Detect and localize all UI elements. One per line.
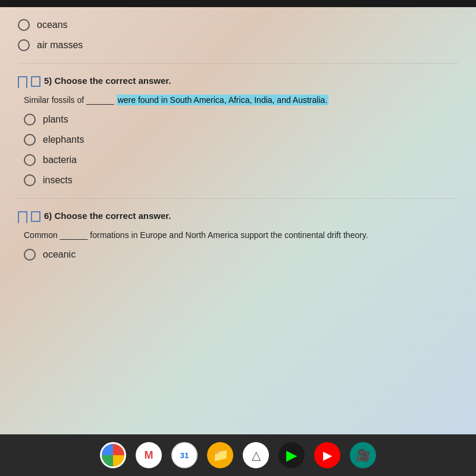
option-plants-label: plants xyxy=(43,114,68,125)
question-5-label: 5) Choose the correct answer. xyxy=(44,76,171,86)
radio-elephants[interactable] xyxy=(24,134,36,146)
option-bacteria-label: bacteria xyxy=(43,155,77,165)
taskbar: M 31 📁 △ ▶ ▶ 🎥 xyxy=(0,434,476,476)
taskbar-files-icon[interactable]: 📁 xyxy=(207,442,233,468)
radio-air-masses[interactable] xyxy=(18,39,30,51)
option-air-masses-label: air masses xyxy=(37,40,83,51)
question-6-options: oceanic xyxy=(18,249,458,261)
taskbar-drive-icon[interactable]: △ xyxy=(243,442,269,468)
question-5-text: Similar fossils of ______ were found in … xyxy=(18,94,458,107)
radio-oceanic[interactable] xyxy=(24,249,36,261)
radio-insects[interactable] xyxy=(24,174,36,186)
question-5-options: plants elephants bacteria insects xyxy=(18,114,458,186)
radio-plants[interactable] xyxy=(24,114,36,126)
question-5-header: 5) Choose the correct answer. xyxy=(18,76,458,88)
divider-1 xyxy=(18,63,458,64)
option-oceanic[interactable]: oceanic xyxy=(24,249,458,261)
option-oceans-label: oceans xyxy=(37,20,68,30)
question-5-block: 5) Choose the correct answer. Similar fo… xyxy=(18,76,458,186)
top-options: oceans air masses xyxy=(18,19,458,51)
radio-bacteria[interactable] xyxy=(24,154,36,166)
option-oceanic-label: oceanic xyxy=(43,249,76,260)
radio-oceans[interactable] xyxy=(18,19,30,31)
bookmark-square-6[interactable] xyxy=(31,211,40,222)
option-air-masses[interactable]: air masses xyxy=(18,39,458,51)
main-content: oceans air masses 5) Choose the correct … xyxy=(0,7,476,441)
question-6-label: 6) Choose the correct answer. xyxy=(44,211,171,221)
question-6-text: Common ______ formations in Europe and N… xyxy=(18,229,458,242)
option-elephants[interactable]: elephants xyxy=(24,134,458,146)
bookmark-icon-6[interactable] xyxy=(18,211,27,223)
divider-2 xyxy=(18,198,458,199)
taskbar-gmail-icon[interactable]: M xyxy=(136,442,162,468)
taskbar-chrome-icon[interactable] xyxy=(100,442,126,468)
taskbar-play-icon[interactable]: ▶ xyxy=(278,442,305,468)
option-insects[interactable]: insects xyxy=(24,174,458,186)
taskbar-meet-icon[interactable]: 🎥 xyxy=(350,442,376,468)
option-insects-label: insects xyxy=(43,175,73,186)
bookmark-square-5[interactable] xyxy=(31,76,40,87)
bookmark-icon-5[interactable] xyxy=(18,76,27,88)
question-6-header: 6) Choose the correct answer. xyxy=(18,211,458,223)
taskbar-calendar-icon[interactable]: 31 xyxy=(171,442,198,468)
highlight-q5: were found in South America, Africa, Ind… xyxy=(117,95,329,105)
top-bar xyxy=(0,0,476,7)
option-plants[interactable]: plants xyxy=(24,114,458,126)
option-elephants-label: elephants xyxy=(43,134,84,145)
option-bacteria[interactable]: bacteria xyxy=(24,154,458,166)
question-6-block: 6) Choose the correct answer. Common ___… xyxy=(18,211,458,261)
taskbar-youtube-icon[interactable]: ▶ xyxy=(314,442,340,468)
option-oceans[interactable]: oceans xyxy=(18,19,458,31)
